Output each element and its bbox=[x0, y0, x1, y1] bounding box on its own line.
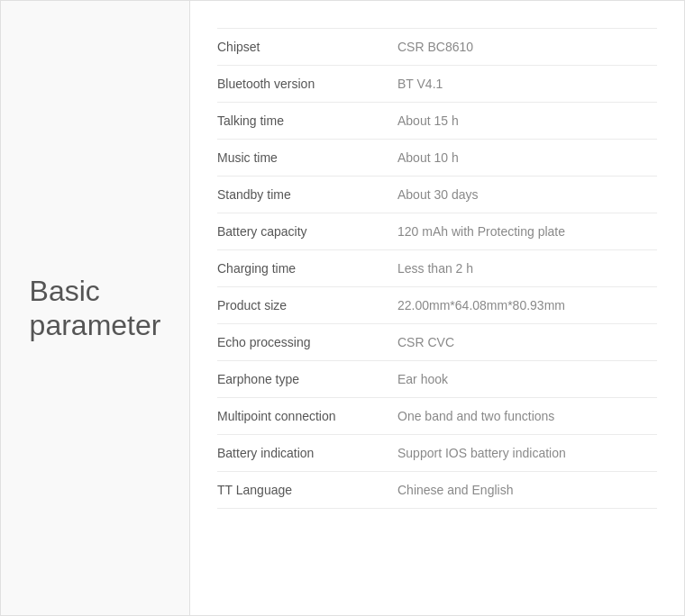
table-row: Charging timeLess than 2 h bbox=[217, 250, 657, 287]
table-row: Multipoint connectionOne band and two fu… bbox=[217, 398, 657, 435]
param-name: Multipoint connection bbox=[217, 398, 397, 435]
table-row: Battery indicationSupport IOS battery in… bbox=[217, 435, 657, 472]
table-row: Echo processingCSR CVC bbox=[217, 324, 657, 361]
param-name: Music time bbox=[217, 140, 397, 177]
param-value: Support IOS battery indication bbox=[397, 435, 657, 472]
param-name: Echo processing bbox=[217, 324, 397, 361]
param-value: About 15 h bbox=[397, 103, 657, 140]
table-row: Music timeAbout 10 h bbox=[217, 140, 657, 177]
param-name: Charging time bbox=[217, 250, 397, 287]
param-name: Bluetooth version bbox=[217, 66, 397, 103]
sidebar: Basic parameter bbox=[1, 1, 190, 615]
table-row: TT LanguageChinese and English bbox=[217, 472, 657, 509]
table-row: Bluetooth versionBT V4.1 bbox=[217, 66, 657, 103]
param-name: Standby time bbox=[217, 177, 397, 213]
param-value: CSR CVC bbox=[397, 324, 657, 361]
param-value: About 10 h bbox=[397, 140, 657, 177]
table-row: Earphone typeEar hook bbox=[217, 361, 657, 398]
table-row: ChipsetCSR BC8610 bbox=[217, 29, 657, 66]
param-name: Product size bbox=[217, 287, 397, 324]
param-value: One band and two functions bbox=[397, 398, 657, 435]
param-value: BT V4.1 bbox=[397, 66, 657, 103]
param-name: Talking time bbox=[217, 103, 397, 140]
table-row: Standby timeAbout 30 days bbox=[217, 177, 657, 213]
sidebar-title-line1: Basic bbox=[30, 275, 100, 307]
param-value: 22.00mm*64.08mm*80.93mm bbox=[397, 287, 657, 324]
content-area: ChipsetCSR BC8610Bluetooth versionBT V4.… bbox=[190, 1, 684, 615]
table-row: Talking timeAbout 15 h bbox=[217, 103, 657, 140]
param-name: Battery capacity bbox=[217, 213, 397, 250]
param-table: ChipsetCSR BC8610Bluetooth versionBT V4.… bbox=[217, 28, 657, 509]
param-name: Earphone type bbox=[217, 361, 397, 398]
param-name: Battery indication bbox=[217, 435, 397, 472]
table-row: Battery capacity120 mAh with Protecting … bbox=[217, 213, 657, 250]
param-value: Less than 2 h bbox=[397, 250, 657, 287]
sidebar-title-line2: parameter bbox=[30, 309, 161, 341]
param-value: Ear hook bbox=[397, 361, 657, 398]
param-value: Chinese and English bbox=[397, 472, 657, 509]
table-row: Product size22.00mm*64.08mm*80.93mm bbox=[217, 287, 657, 324]
param-value: CSR BC8610 bbox=[397, 29, 657, 66]
param-value: About 30 days bbox=[397, 177, 657, 213]
page-container: Basic parameter ChipsetCSR BC8610Bluetoo… bbox=[0, 0, 685, 616]
sidebar-title: Basic parameter bbox=[30, 274, 161, 343]
param-name: TT Language bbox=[217, 472, 397, 509]
param-value: 120 mAh with Protecting plate bbox=[397, 213, 657, 250]
param-name: Chipset bbox=[217, 29, 397, 66]
